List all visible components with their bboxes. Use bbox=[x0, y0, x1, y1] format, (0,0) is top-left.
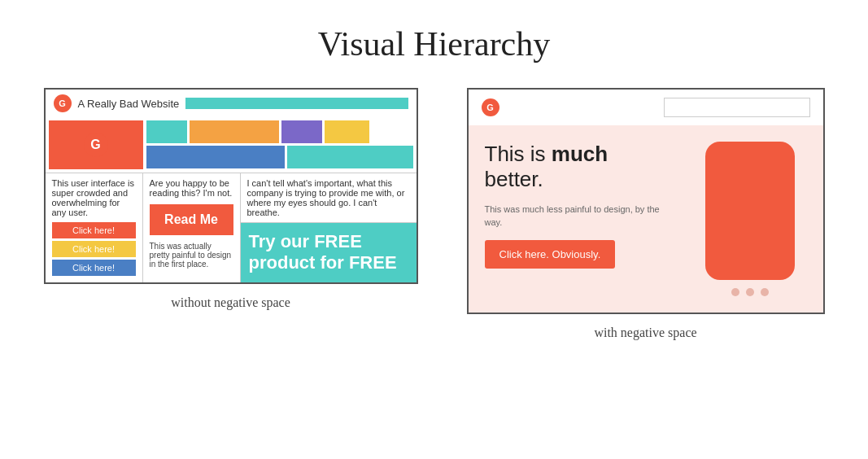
good-g2-logo: G bbox=[482, 98, 499, 116]
bad-col2: Are you happy to be reading this? I'm no… bbox=[143, 173, 241, 282]
bad-col2-text: Are you happy to be reading this? I'm no… bbox=[150, 178, 233, 198]
bad-col3-bottom: Try our FREE product for FREE bbox=[241, 223, 417, 282]
bad-blocks-bottom-row bbox=[146, 146, 413, 168]
bad-buttons: Click here! Click here! Click here! bbox=[52, 222, 136, 276]
bad-col3-top-text: I can't tell what's important, what this… bbox=[241, 173, 417, 223]
good-website-mockup: G This is much better. This was much les… bbox=[467, 88, 825, 314]
bad-website-item: G A Really Bad Website G bbox=[44, 88, 418, 310]
bad-btn-2[interactable]: Click here! bbox=[52, 241, 136, 257]
good-website-item: G This is much better. This was much les… bbox=[467, 88, 825, 340]
bad-blocks-top bbox=[146, 120, 413, 143]
good-website-label: with negative space bbox=[594, 326, 696, 340]
good-headline-bold: much bbox=[552, 142, 608, 166]
bad-header: G A Really Bad Website bbox=[46, 90, 417, 117]
good-dot-2 bbox=[746, 288, 754, 296]
bad-header-bar bbox=[185, 98, 408, 109]
bad-website-mockup: G A Really Bad Website G bbox=[44, 88, 418, 284]
bad-btn-3[interactable]: Click here! bbox=[52, 260, 136, 276]
bad-g2-logo: G bbox=[54, 94, 72, 112]
bad-block-red: G bbox=[49, 120, 143, 169]
good-header: G bbox=[469, 90, 823, 125]
bad-col1-text: This user interface is super crowded and… bbox=[52, 178, 136, 217]
good-main-content: This is much better. This was much less … bbox=[469, 125, 823, 313]
good-cta-button[interactable]: Click here. Obviously. bbox=[485, 240, 616, 269]
good-right-col bbox=[693, 142, 807, 296]
bad-block-blue-big bbox=[146, 146, 285, 168]
bad-blocks-row: G bbox=[46, 117, 417, 173]
bad-block-orange bbox=[190, 120, 279, 143]
bad-website-label: without negative space bbox=[171, 295, 290, 310]
page-title: Visual Hierarchy bbox=[318, 24, 551, 63]
bad-free-product-text: Try our FREE product for FREE bbox=[249, 231, 408, 274]
bad-blocks-right bbox=[146, 120, 413, 169]
good-dot-1 bbox=[731, 288, 739, 296]
bad-header-text: A Really Bad Website bbox=[78, 98, 180, 110]
bad-block-g2-logo: G bbox=[84, 133, 108, 157]
bad-btn-1[interactable]: Click here! bbox=[52, 222, 136, 238]
good-headline-part1: This is bbox=[485, 142, 552, 166]
good-dot-3 bbox=[761, 288, 769, 296]
bad-block-purple bbox=[281, 120, 322, 143]
good-subtext: This was much less painful to design, by… bbox=[485, 203, 677, 229]
good-phone-illustration bbox=[705, 142, 795, 280]
good-dots bbox=[731, 288, 769, 296]
bad-col2-bottom: This was actually pretty painful to desi… bbox=[150, 242, 233, 269]
read-me-button[interactable]: Read Me bbox=[150, 204, 233, 235]
good-headline-part2: better. bbox=[485, 167, 543, 191]
comparison-row: G A Really Bad Website G bbox=[16, 88, 852, 340]
bad-block-teal bbox=[146, 120, 187, 143]
bad-col1: This user interface is super crowded and… bbox=[46, 173, 143, 282]
bad-col3: I can't tell what's important, what this… bbox=[241, 173, 417, 282]
bad-block-teal2 bbox=[287, 146, 413, 168]
bad-content-row: This user interface is super crowded and… bbox=[46, 173, 417, 282]
good-headline: This is much better. bbox=[485, 142, 677, 192]
good-search-bar[interactable] bbox=[664, 98, 810, 117]
bad-block-yellow bbox=[325, 120, 369, 143]
good-left-col: This is much better. This was much less … bbox=[485, 142, 677, 296]
